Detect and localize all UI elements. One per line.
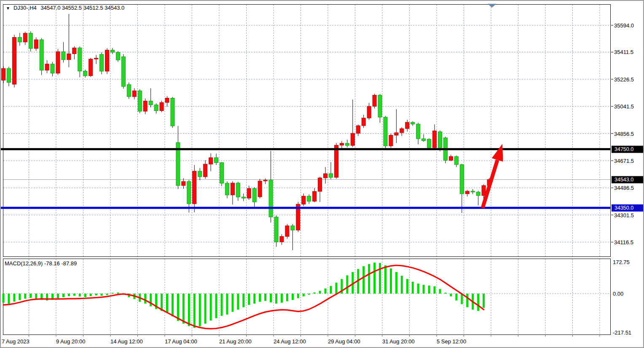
candle-bullish xyxy=(280,237,284,242)
candle-bearish xyxy=(307,196,311,201)
candle-bearish xyxy=(236,183,240,197)
macd-histogram-bar xyxy=(308,294,310,295)
macd-histogram-bar xyxy=(325,289,327,294)
macd-histogram-bar xyxy=(112,293,114,294)
macd-histogram-bar xyxy=(368,264,370,294)
time-axis-label: 7 Aug 2023 xyxy=(2,338,30,345)
support-line-34350[interactable] xyxy=(1,207,610,209)
candle-bullish xyxy=(318,178,322,192)
macd-histogram-bar xyxy=(172,294,174,316)
candle-bearish xyxy=(116,52,120,60)
price-tag: 34543.0 xyxy=(612,176,644,183)
candle-bullish xyxy=(324,174,327,178)
time-axis-label: 5 Sep 12:00 xyxy=(437,338,466,345)
macd-histogram-bar xyxy=(73,294,75,296)
candle-bullish xyxy=(247,189,251,198)
time-axis-label: 21 Aug 20:00 xyxy=(219,338,252,345)
candle-bullish xyxy=(160,103,164,111)
macd-histogram-bar xyxy=(150,294,152,306)
candle-bearish xyxy=(7,68,11,82)
candle-bullish xyxy=(351,133,354,146)
candle-bearish xyxy=(78,48,82,71)
candle-bullish xyxy=(367,106,371,118)
macd-histogram-bar xyxy=(204,294,207,324)
candle-bearish xyxy=(138,91,142,111)
macd-histogram-bar xyxy=(314,292,316,294)
macd-histogram-bar xyxy=(259,294,261,302)
candle-bullish xyxy=(204,164,207,177)
macd-histogram-bar xyxy=(439,289,441,294)
trend-arrow-head[interactable] xyxy=(492,144,503,162)
macd-histogram-bar xyxy=(166,294,168,313)
symbol-timeframe-label: DJ30-,H4 xyxy=(13,5,37,11)
macd-histogram-bar xyxy=(8,294,10,304)
macd-histogram-bar xyxy=(390,268,392,294)
resistance-line-34750[interactable] xyxy=(1,148,610,150)
macd-histogram-bar xyxy=(455,294,457,300)
macd-histogram-bar xyxy=(182,294,185,324)
macd-histogram-bar xyxy=(292,294,294,300)
time-axis-label: 29 Aug 04:00 xyxy=(328,338,360,345)
macd-histogram-bar xyxy=(188,294,190,326)
chart-canvas[interactable] xyxy=(1,1,644,348)
macd-histogram-bar xyxy=(362,266,365,294)
candle-bullish xyxy=(394,133,398,135)
candle-bullish xyxy=(231,183,234,195)
candle-bearish xyxy=(51,64,54,73)
macd-histogram-bar xyxy=(117,292,119,294)
candle-bearish xyxy=(83,71,87,76)
candle-bullish xyxy=(285,226,289,236)
macd-histogram-bar xyxy=(384,265,386,294)
candle-bearish xyxy=(454,156,458,165)
candle-bearish xyxy=(187,181,191,204)
candle-bullish xyxy=(72,48,76,54)
macd-histogram-bar xyxy=(30,294,32,298)
candle-bearish xyxy=(18,38,21,42)
macd-histogram-bar xyxy=(297,294,299,298)
candle-bearish xyxy=(198,171,202,177)
trend-arrow-shaft[interactable] xyxy=(483,160,497,208)
time-axis[interactable] xyxy=(1,335,611,347)
macd-histogram-bar xyxy=(434,286,436,294)
macd-histogram-bar xyxy=(281,294,283,303)
price-tag: 34750.0 xyxy=(612,146,644,153)
one-click-trading-collapse-icon[interactable]: ▼ xyxy=(6,6,10,11)
macd-histogram-bar xyxy=(423,285,425,294)
candle-bearish xyxy=(471,191,475,192)
macd-histogram-bar xyxy=(90,294,92,296)
time-axis-label: 31 Aug 20:00 xyxy=(382,338,415,345)
price-axis-label: 34116.5 xyxy=(614,239,633,245)
candle-bearish xyxy=(274,217,278,242)
candle-bullish xyxy=(2,68,5,80)
price-axis-label: 34486.5 xyxy=(614,185,634,191)
price-axis-label: 34671.5 xyxy=(614,157,634,164)
candle-bearish xyxy=(29,33,32,49)
quote-ohlc-values: 34547.0 34552.5 34512.5 34543.0 xyxy=(40,5,124,11)
macd-histogram-bar xyxy=(215,294,217,318)
candle-bullish xyxy=(45,64,49,70)
macd-histogram-bar xyxy=(106,294,108,295)
candle-bearish xyxy=(100,54,104,71)
macd-axis-label: -217.51 xyxy=(613,329,631,336)
price-axis-label: 34301.5 xyxy=(614,212,634,218)
macd-histogram-bar xyxy=(248,294,250,305)
candle-bearish xyxy=(215,158,218,163)
candle-bullish xyxy=(433,131,437,148)
price-tag: 34350.0 xyxy=(612,204,644,211)
candle-bullish xyxy=(193,171,196,204)
price-axis-label: 35226.5 xyxy=(614,76,634,82)
candle-bearish xyxy=(427,139,431,148)
macd-histogram-bar xyxy=(303,294,305,296)
chart-shift-marker-icon[interactable] xyxy=(488,4,496,8)
macd-histogram-bar xyxy=(68,294,70,296)
macd-histogram-bar xyxy=(275,294,277,304)
macd-histogram-bar xyxy=(57,294,59,298)
macd-histogram-bar xyxy=(428,286,430,294)
candle-bearish xyxy=(416,124,420,139)
macd-histogram-bar xyxy=(444,293,446,294)
candle-bullish xyxy=(105,50,109,71)
candle-bullish xyxy=(165,98,169,103)
macd-histogram-bar xyxy=(221,294,223,316)
macd-histogram-bar xyxy=(253,294,255,304)
price-axis-label: 34856.5 xyxy=(614,130,634,137)
